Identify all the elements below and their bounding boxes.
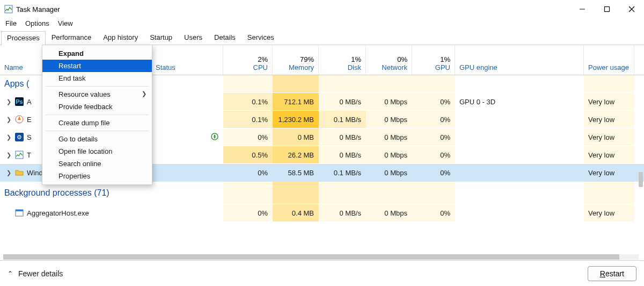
ctx-create-dump[interactable]: Create dump file	[42, 117, 152, 129]
maximize-button[interactable]	[595, 0, 619, 18]
close-button[interactable]	[619, 0, 644, 18]
titlebar: Task Manager	[0, 0, 644, 18]
tab-startup[interactable]: Startup	[144, 31, 178, 45]
cell-cpu: 0%	[223, 204, 273, 221]
col-cpu[interactable]: 2% CPU	[223, 45, 273, 75]
cell-cpu: 0.1%	[223, 111, 273, 128]
separator	[46, 86, 149, 87]
col-network[interactable]: 0% Network	[366, 45, 412, 75]
ctx-expand[interactable]: Expand	[42, 47, 152, 60]
cell-memory: 1,230.2 MB	[273, 111, 319, 128]
col-power[interactable]: Power usage	[584, 45, 634, 75]
col-gpu-engine[interactable]: GPU engine	[455, 45, 584, 75]
minimize-button[interactable]	[570, 0, 595, 18]
cell-network: 0 Mbps	[366, 93, 412, 110]
chevron-right-icon[interactable]: ❯	[4, 169, 13, 176]
cell-disk: 0.1 MB/s	[319, 111, 366, 128]
menu-options[interactable]: Options	[25, 19, 49, 27]
cell-disk: 0 MB/s	[319, 128, 366, 146]
cell-disk: 0.1 MB/s	[319, 164, 366, 181]
cell-network: 0 Mbps	[366, 146, 412, 163]
ctx-restart[interactable]: Restart	[42, 60, 152, 72]
chevron-right-icon[interactable]: ❯	[4, 134, 13, 141]
cell-power: Very low	[584, 204, 634, 221]
tab-app-history[interactable]: App history	[97, 31, 144, 45]
process-row[interactable]: AggregatorHost.exe 0% 0.4 MB 0 MB/s 0 Mb…	[0, 204, 644, 222]
menu-view[interactable]: View	[58, 19, 73, 27]
cell-disk: 0 MB/s	[319, 93, 366, 110]
cell-gpu-engine	[455, 204, 584, 221]
window-controls	[570, 0, 644, 18]
restart-button[interactable]: Restart	[588, 266, 636, 281]
process-name: E	[27, 116, 32, 124]
ctx-properties[interactable]: Properties	[42, 170, 152, 182]
chevron-up-icon: ⌃	[8, 270, 13, 277]
app-icon: ⚙	[15, 133, 24, 141]
cell-gpu: 0%	[412, 164, 455, 181]
col-status[interactable]: Status	[151, 45, 223, 75]
cell-gpu: 0%	[412, 93, 455, 110]
cell-memory: 26.2 MB	[273, 146, 319, 163]
tab-services[interactable]: Services	[241, 31, 280, 45]
ctx-resource-values[interactable]: Resource values ❯	[42, 88, 152, 101]
ctx-go-to-details[interactable]: Go to details	[42, 133, 152, 145]
cell-gpu-engine	[455, 164, 584, 181]
tab-users[interactable]: Users	[178, 31, 208, 45]
cell-gpu: 0%	[412, 204, 455, 221]
cell-disk: 0 MB/s	[319, 146, 366, 163]
section-background: Background processes (71)	[0, 182, 644, 204]
process-name: A	[27, 98, 32, 106]
svg-rect-2	[605, 7, 610, 12]
tab-details[interactable]: Details	[208, 31, 241, 45]
chevron-right-icon[interactable]: ❯	[4, 152, 13, 159]
context-menu: Expand Restart End task Resource values …	[42, 45, 152, 185]
cell-gpu: 0%	[412, 111, 455, 128]
col-gpu[interactable]: 1% GPU	[412, 45, 455, 75]
ctx-search-online[interactable]: Search online	[42, 158, 152, 170]
ctx-open-file-location[interactable]: Open file location	[42, 145, 152, 158]
fewer-details[interactable]: ⌃ Fewer details	[8, 269, 63, 278]
cell-power: Very low	[584, 93, 634, 110]
cell-cpu: 0%	[223, 164, 273, 181]
tab-performance[interactable]: Performance	[46, 31, 97, 45]
ctx-provide-feedback[interactable]: Provide feedback	[42, 101, 152, 113]
ctx-end-task[interactable]: End task	[42, 72, 152, 84]
cell-gpu: 0%	[412, 146, 455, 163]
cell-disk: 0 MB/s	[319, 204, 366, 221]
horizontal-scrollbar[interactable]	[3, 254, 639, 260]
chevron-right-icon[interactable]: ❯	[4, 98, 13, 105]
app-icon	[15, 115, 24, 124]
cell-power: Very low	[584, 111, 634, 128]
cell-gpu-engine	[455, 111, 584, 128]
cell-network: 0 Mbps	[366, 164, 412, 181]
leaf-icon	[211, 133, 218, 142]
cell-memory: 58.5 MB	[273, 164, 319, 181]
cell-memory: 0 MB	[273, 128, 319, 146]
vertical-scrollbar[interactable]	[639, 172, 643, 187]
tab-processes[interactable]: Processes	[1, 31, 46, 45]
process-name: AggregatorHost.exe	[27, 209, 89, 217]
cell-memory: 0.4 MB	[273, 204, 319, 221]
cell-gpu: 0%	[412, 128, 455, 146]
tabstrip: Processes Performance App history Startu…	[0, 31, 644, 45]
footer: ⌃ Fewer details Restart	[0, 260, 644, 286]
window-title: Task Manager	[16, 5, 60, 13]
cell-power: Very low	[584, 128, 634, 146]
process-name: T	[27, 151, 31, 159]
cell-cpu: 0.5%	[223, 146, 273, 163]
folder-icon	[15, 168, 24, 177]
menubar: File Options View	[0, 18, 644, 31]
scrollbar-thumb[interactable]	[3, 254, 619, 260]
cell-gpu-engine	[455, 128, 584, 146]
app-icon: Ps	[15, 97, 24, 106]
col-disk[interactable]: 1% Disk	[319, 45, 366, 75]
separator	[46, 115, 149, 115]
col-memory[interactable]: 79% Memory	[273, 45, 319, 75]
chevron-right-icon: ❯	[142, 90, 147, 97]
chevron-right-icon[interactable]: ❯	[4, 116, 13, 123]
app-icon	[15, 151, 24, 159]
cell-network: 0 Mbps	[366, 204, 412, 221]
menu-file[interactable]: File	[5, 19, 17, 27]
cell-cpu: 0%	[223, 128, 273, 146]
cell-power: Very low	[584, 146, 634, 163]
